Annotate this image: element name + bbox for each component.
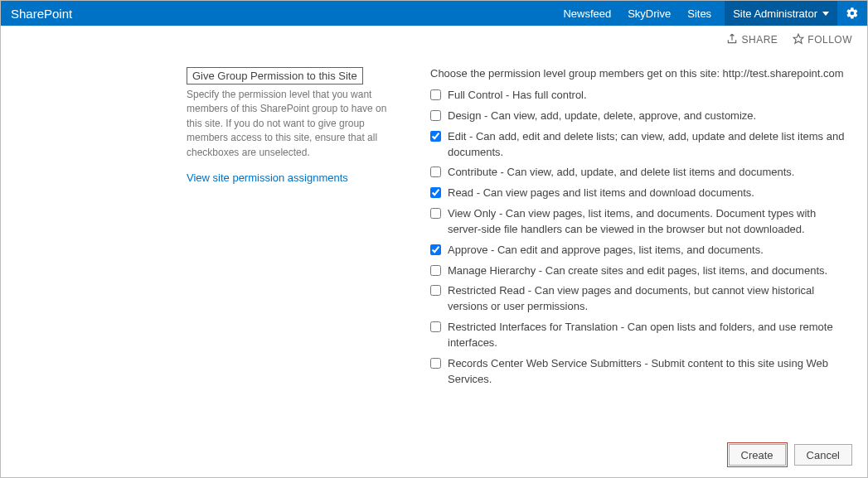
permission-row: Full Control - Has full control. — [430, 88, 847, 104]
permission-label: Full Control - Has full control. — [448, 88, 587, 104]
permission-checkbox[interactable] — [430, 208, 441, 219]
follow-action[interactable]: FOLLOW — [793, 33, 852, 47]
permission-row: Restricted Interfaces for Translation - … — [430, 320, 847, 351]
permission-row: Read - Can view pages and list items and… — [430, 186, 847, 201]
nav-newsfeed[interactable]: Newsfeed — [555, 1, 619, 26]
star-icon — [793, 33, 804, 47]
user-label: Site Administrator — [733, 7, 817, 20]
section-description: Specify the permission level that you wa… — [187, 88, 402, 160]
content-area: Give Group Permission to this Site Speci… — [1, 54, 867, 436]
share-action[interactable]: SHARE — [726, 33, 778, 47]
top-nav: Newsfeed SkyDrive Sites Site Administrat… — [555, 1, 859, 26]
view-assignments-link[interactable]: View site permission assignments — [187, 171, 402, 184]
permission-label: Restricted Interfaces for Translation - … — [448, 320, 847, 351]
permission-label: Approve - Can edit and approve pages, li… — [448, 243, 764, 258]
action-bar: SHARE FOLLOW — [1, 26, 867, 54]
nav-skydrive[interactable]: SkyDrive — [619, 1, 679, 26]
permission-checkbox[interactable] — [430, 89, 441, 100]
permission-row: Edit - Can add, edit and delete lists; c… — [430, 129, 847, 161]
permission-checkbox[interactable] — [430, 167, 441, 177]
permission-row: Manage Hierarchy - Can create sites and … — [430, 263, 847, 279]
app-window: SharePoint Newsfeed SkyDrive Sites Site … — [0, 0, 868, 478]
permission-list: Full Control - Has full control.Design -… — [430, 88, 847, 388]
footer-buttons: Create Cancel — [1, 436, 867, 477]
permission-checkbox[interactable] — [430, 321, 441, 332]
top-bar: SharePoint Newsfeed SkyDrive Sites Site … — [1, 1, 867, 26]
permission-checkbox[interactable] — [430, 265, 441, 276]
permission-prompt: Choose the permission level group member… — [430, 67, 847, 80]
cancel-button[interactable]: Cancel — [794, 444, 852, 466]
permission-checkbox[interactable] — [430, 187, 441, 198]
follow-label: FOLLOW — [807, 34, 852, 46]
permission-label: Restricted Read - Can view pages and doc… — [448, 283, 847, 315]
share-icon — [726, 33, 738, 47]
permission-label: Manage Hierarchy - Can create sites and … — [448, 263, 827, 279]
create-button[interactable]: Create — [729, 444, 786, 466]
svg-marker-0 — [793, 34, 803, 43]
left-column: Give Group Permission to this Site Speci… — [187, 67, 422, 426]
section-title: Give Group Permission to this Site — [187, 67, 363, 84]
share-label: SHARE — [741, 34, 778, 46]
permission-label: Records Center Web Service Submitters - … — [448, 356, 847, 388]
permission-row: Design - Can view, add, update, delete, … — [430, 109, 847, 124]
brand-label: SharePoint — [11, 7, 72, 21]
permission-label: Contribute - Can view, add, update, and … — [448, 165, 794, 181]
permission-checkbox[interactable] — [430, 358, 441, 369]
right-column: Choose the permission level group member… — [422, 67, 847, 426]
permission-label: View Only - Can view pages, list items, … — [448, 206, 847, 238]
permission-row: View Only - Can view pages, list items, … — [430, 206, 847, 238]
permission-checkbox[interactable] — [430, 110, 441, 121]
nav-sites[interactable]: Sites — [679, 1, 720, 26]
permission-row: Approve - Can edit and approve pages, li… — [430, 243, 847, 258]
permission-label: Read - Can view pages and list items and… — [448, 186, 754, 201]
permission-checkbox[interactable] — [430, 131, 441, 142]
permission-row: Restricted Read - Can view pages and doc… — [430, 283, 847, 315]
permission-row: Contribute - Can view, add, update, and … — [430, 165, 847, 181]
permission-row: Records Center Web Service Submitters - … — [430, 356, 847, 388]
permission-checkbox[interactable] — [430, 285, 441, 296]
permission-label: Edit - Can add, edit and delete lists; c… — [448, 129, 847, 161]
gear-icon[interactable] — [846, 1, 859, 26]
permission-label: Design - Can view, add, update, delete, … — [448, 109, 756, 124]
permission-checkbox[interactable] — [430, 244, 441, 255]
chevron-down-icon — [822, 12, 829, 16]
user-menu[interactable]: Site Administrator — [725, 1, 837, 26]
